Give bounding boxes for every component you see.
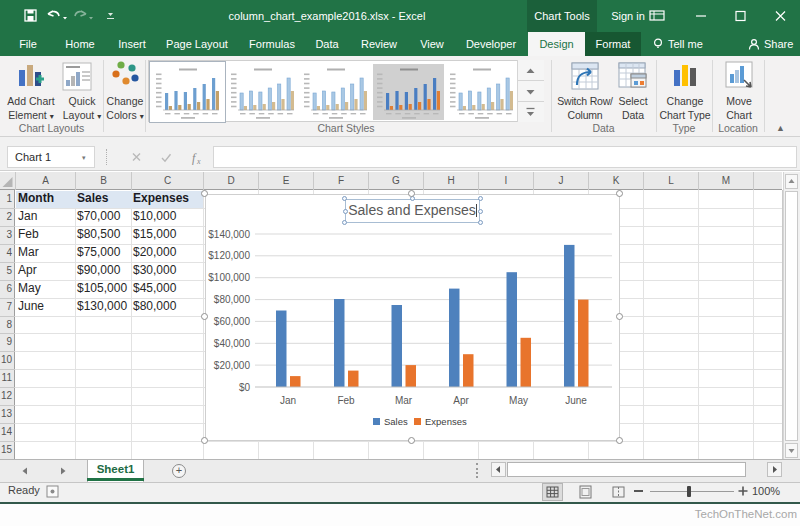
svg-text:Jan: Jan bbox=[280, 395, 296, 406]
svg-text:$40,000: $40,000 bbox=[214, 338, 251, 349]
svg-text:Apr: Apr bbox=[453, 395, 469, 406]
svg-text:$0: $0 bbox=[239, 382, 251, 393]
svg-text:Expenses: Expenses bbox=[425, 416, 467, 427]
svg-text:Mar: Mar bbox=[395, 395, 413, 406]
svg-text:$20,000: $20,000 bbox=[214, 360, 251, 371]
svg-text:$120,000: $120,000 bbox=[208, 250, 250, 261]
svg-text:Feb: Feb bbox=[337, 395, 355, 406]
svg-text:$60,000: $60,000 bbox=[214, 316, 251, 327]
svg-text:June: June bbox=[565, 395, 587, 406]
svg-text:May: May bbox=[509, 395, 528, 406]
svg-text:$140,000: $140,000 bbox=[208, 229, 250, 240]
svg-text:$80,000: $80,000 bbox=[214, 294, 251, 305]
svg-text:x: x bbox=[196, 157, 201, 166]
svg-text:$100,000: $100,000 bbox=[208, 272, 250, 283]
svg-text:Sales: Sales bbox=[384, 416, 408, 427]
